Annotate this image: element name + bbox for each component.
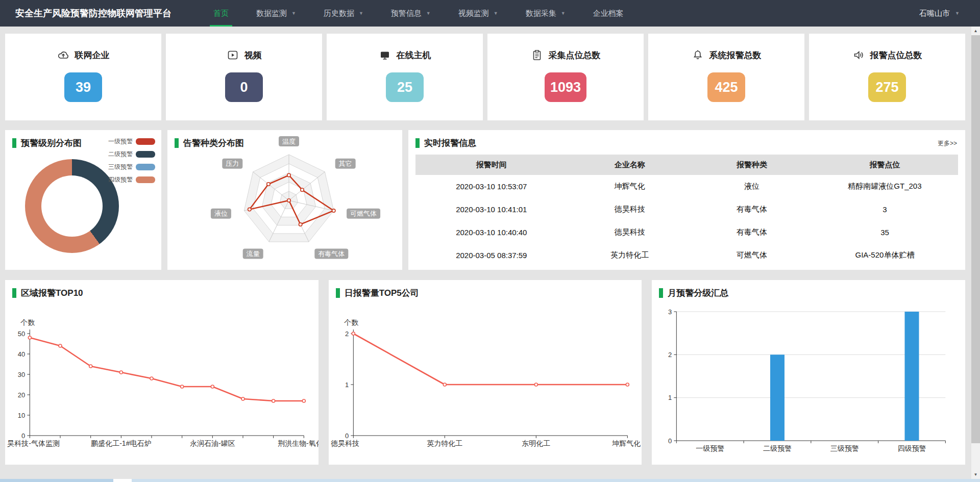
green-accent-bar bbox=[12, 138, 16, 148]
svg-text:其它: 其它 bbox=[339, 160, 352, 167]
table-cell: 可燃气体 bbox=[692, 250, 812, 260]
svg-text:压力: 压力 bbox=[226, 160, 239, 167]
stat-card-title: 采集点位总数 bbox=[531, 49, 601, 61]
green-accent-bar bbox=[415, 138, 420, 148]
legend-label: 二级预警 bbox=[108, 150, 133, 159]
svg-text:个数: 个数 bbox=[20, 318, 35, 326]
menu-item-label: 视频监测 bbox=[458, 9, 489, 18]
table-cell: 有毒气体 bbox=[692, 205, 812, 214]
radar-axis-label: 流量 bbox=[243, 249, 263, 259]
table-cell: 2020-03-05 08:37:59 bbox=[415, 251, 568, 260]
panel-daily-top5: 日报警量TOP5公司 个数012德昊科技英力特化工东明化工坤辉气化 bbox=[329, 280, 642, 465]
daily-top5-line-chart: 个数012德昊科技英力特化工东明化工坤辉气化 bbox=[329, 280, 642, 465]
panel-realtime-alarms: 实时报警信息 更多>> 报警时间企业名称报警种类报警点位2020-03-10 1… bbox=[408, 130, 965, 270]
chevron-down-icon: ▼ bbox=[291, 11, 296, 16]
chevron-down-icon: ▼ bbox=[426, 11, 431, 16]
horizontal-scrollbar[interactable] bbox=[0, 479, 980, 482]
stat-card-value-badge: 25 bbox=[386, 72, 424, 102]
scroll-up-button[interactable]: ▲ bbox=[971, 27, 980, 35]
stat-card-label: 在线主机 bbox=[397, 49, 431, 61]
table-cell: 有毒气体 bbox=[692, 227, 812, 237]
svg-text:50: 50 bbox=[18, 330, 25, 338]
panel-title: 实时报警信息 bbox=[415, 137, 476, 149]
svg-text:10: 10 bbox=[18, 412, 25, 419]
stat-card-value-badge: 1093 bbox=[545, 72, 586, 102]
menu-item-label: 首页 bbox=[213, 9, 229, 18]
region-label: 石嘴山市 bbox=[919, 9, 950, 18]
stat-card-4: 系统报警总数425 bbox=[648, 34, 804, 120]
table-cell: 德昊科技 bbox=[568, 227, 692, 237]
more-link[interactable]: 更多>> bbox=[938, 139, 957, 148]
stat-card-label: 报警点位总数 bbox=[870, 49, 922, 61]
alarm-table-column-header: 报警点位 bbox=[812, 160, 958, 170]
svg-text:昊科技-气体监测: 昊科技-气体监测 bbox=[7, 439, 60, 447]
svg-text:永润石油-罐区: 永润石油-罐区 bbox=[190, 439, 235, 447]
stat-card-title: 报警点位总数 bbox=[852, 49, 922, 61]
legend-item-2[interactable]: 三级预警 bbox=[108, 163, 155, 171]
stat-card-3: 采集点位总数1093 bbox=[487, 34, 644, 120]
speaker-icon bbox=[852, 49, 865, 61]
table-cell: 德昊科技 bbox=[568, 205, 692, 214]
svg-text:一级预警: 一级预警 bbox=[696, 444, 725, 452]
region-selector[interactable]: 石嘴山市 ▼ bbox=[919, 9, 960, 18]
scroll-down-button[interactable]: ▼ bbox=[971, 470, 980, 479]
menu-item-5[interactable]: 数据采集▼ bbox=[512, 0, 579, 27]
horizontal-scrollbar-thumb[interactable] bbox=[0, 479, 113, 482]
menu-item-4[interactable]: 视频监测▼ bbox=[445, 0, 512, 27]
svg-text:四级预警: 四级预警 bbox=[898, 444, 926, 452]
alarm-table-column-header: 报警时间 bbox=[415, 160, 568, 170]
table-cell: 3 bbox=[812, 205, 958, 214]
stat-card-label: 系统报警总数 bbox=[709, 49, 762, 61]
svg-text:0: 0 bbox=[21, 432, 25, 440]
menu-item-label: 企业档案 bbox=[593, 9, 624, 18]
stat-card-5: 报警点位总数275 bbox=[809, 34, 965, 120]
panel-title: 区域报警TOP10 bbox=[12, 287, 83, 299]
stat-card-title: 在线主机 bbox=[379, 49, 431, 61]
legend-label: 三级预警 bbox=[108, 163, 133, 171]
stat-card-value-badge: 0 bbox=[225, 72, 263, 102]
svg-text:鹏盛化工-1#电石炉: 鹏盛化工-1#电石炉 bbox=[91, 439, 151, 447]
horizontal-scrollbar-gap bbox=[113, 479, 132, 482]
monitor-icon bbox=[379, 49, 391, 61]
legend-item-3[interactable]: 四级预警 bbox=[108, 175, 155, 184]
monthly-summary-bar-chart: 0123一级预警二级预警三级预警四级预警 bbox=[652, 280, 965, 465]
legend-swatch bbox=[136, 151, 155, 158]
panel-title: 告警种类分布图 bbox=[175, 137, 244, 149]
legend-swatch bbox=[136, 164, 155, 170]
bottom-row: 区域报警TOP10 个数01020304050昊科技-气体监测鹏盛化工-1#电石… bbox=[5, 280, 965, 465]
legend-item-1[interactable]: 二级预警 bbox=[108, 150, 155, 159]
menu-item-0[interactable]: 首页 bbox=[200, 0, 242, 27]
menu-item-label: 数据采集 bbox=[526, 9, 556, 18]
legend-swatch bbox=[136, 138, 155, 145]
legend-item-0[interactable]: 一级预警 bbox=[108, 137, 155, 146]
video-icon bbox=[227, 49, 239, 61]
svg-text:二级预警: 二级预警 bbox=[763, 444, 792, 452]
table-cell: 2020-03-10 10:40:40 bbox=[415, 228, 568, 237]
svg-text:1: 1 bbox=[345, 381, 349, 389]
svg-text:三级预警: 三级预警 bbox=[830, 444, 859, 452]
table-cell: 液位 bbox=[692, 182, 812, 191]
menu-item-3[interactable]: 预警信息▼ bbox=[377, 0, 445, 27]
menu-item-2[interactable]: 历史数据▼ bbox=[310, 0, 377, 27]
main-menu: 首页数据监测▼历史数据▼预警信息▼视频监测▼数据采集▼企业档案 bbox=[200, 0, 638, 27]
panel-region-top10: 区域报警TOP10 个数01020304050昊科技-气体监测鹏盛化工-1#电石… bbox=[5, 280, 318, 465]
svg-text:坤辉气化: 坤辉气化 bbox=[611, 439, 641, 447]
panel-title: 预警级别分布图 bbox=[12, 137, 82, 149]
vertical-scrollbar-thumb[interactable] bbox=[971, 35, 980, 443]
top-navbar: 安全生产风险预警防控物联网管理平台 首页数据监测▼历史数据▼预警信息▼视频监测▼… bbox=[0, 0, 980, 27]
menu-item-label: 数据监测 bbox=[256, 9, 287, 18]
menu-item-6[interactable]: 企业档案 bbox=[579, 0, 638, 27]
table-cell: 2020-03-10 10:41:01 bbox=[415, 205, 568, 214]
svg-text:2: 2 bbox=[345, 330, 349, 338]
menu-item-1[interactable]: 数据监测▼ bbox=[242, 0, 310, 27]
svg-text:液位: 液位 bbox=[214, 210, 228, 217]
chevron-down-icon: ▼ bbox=[494, 11, 498, 16]
realtime-alarm-table: 报警时间企业名称报警种类报警点位2020-03-10 10:53:07坤辉气化液… bbox=[415, 155, 958, 267]
table-cell: 坤辉气化 bbox=[568, 182, 692, 191]
panel-title-text: 实时报警信息 bbox=[424, 137, 476, 149]
svg-text:0: 0 bbox=[668, 437, 672, 445]
vertical-scrollbar[interactable]: ▲ ▼ bbox=[971, 27, 980, 479]
table-cell: 2020-03-10 10:53:07 bbox=[415, 182, 568, 191]
panel-warning-level-donut: 预警级别分布图 一级预警二级预警三级预警四级预警 bbox=[5, 130, 161, 270]
stat-card-value-badge: 39 bbox=[64, 72, 102, 102]
